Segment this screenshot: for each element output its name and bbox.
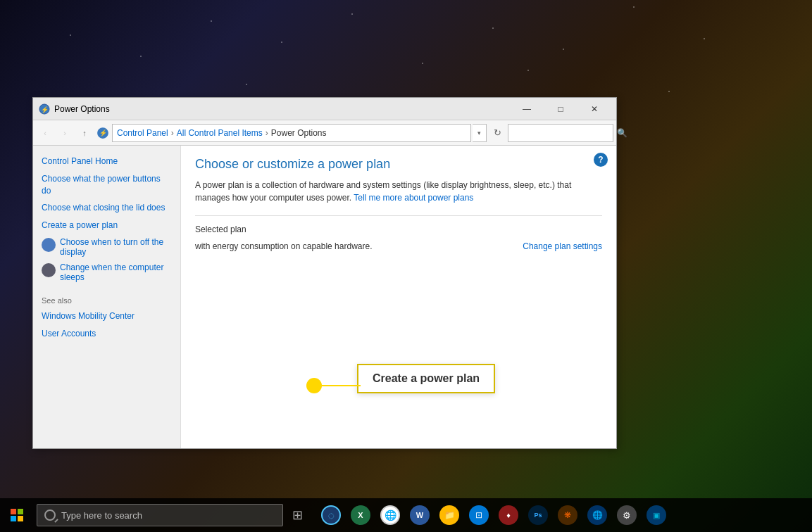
address-dropdown-button[interactable]: ▾ [473, 124, 487, 142]
sidebar-item-create-plan[interactable]: Create a power plan [33, 217, 180, 234]
content-divider [195, 215, 602, 216]
desktop: ⚡ Power Options — □ ✕ ‹ › ↑ ⚡ Control Pa… [0, 0, 812, 532]
address-search-input[interactable] [511, 128, 617, 138]
sidebar-item-turn-off-display[interactable]: Choose when to turn off the display [33, 234, 180, 260]
sidebar: Control Panel Home Choose what the power… [33, 146, 181, 448]
content-description: A power plan is a collection of hardware… [195, 179, 602, 204]
window-controls: — □ ✕ [511, 98, 611, 120]
address-bar: ‹ › ↑ ⚡ Control Panel › All Control Pane… [33, 120, 616, 146]
svg-text:⚡: ⚡ [41, 105, 49, 113]
search-icon: 🔍 [617, 128, 627, 138]
taskbar-task-view[interactable]: ⊞ [283, 498, 311, 532]
taskbar-search-icon [44, 509, 56, 521]
help-icon[interactable]: ? [594, 153, 608, 167]
plan-row: with energy consumption on capable hardw… [195, 241, 602, 251]
content-panel: ? Choose or customize a power plan A pow… [181, 146, 616, 448]
taskbar: Type here to search ⊞ ◌ X 🌐 [0, 498, 812, 532]
svg-rect-7 [18, 516, 23, 521]
learn-more-link[interactable]: Tell me more about power plans [354, 193, 473, 203]
title-bar: ⚡ Power Options — □ ✕ [33, 98, 616, 120]
close-button[interactable]: ✕ [578, 98, 611, 120]
window-icon: ⚡ [39, 103, 50, 115]
taskbar-remote-desktop[interactable]: ⊡ [465, 498, 493, 532]
sidebar-item-power-buttons[interactable]: Choose what the power buttons do [33, 170, 180, 200]
window-title: Power Options [54, 104, 511, 114]
svg-text:⚡: ⚡ [99, 129, 108, 137]
breadcrumb-current: Power Options [271, 128, 327, 138]
up-button[interactable]: ↑ [75, 124, 94, 142]
svg-rect-4 [11, 509, 16, 514]
taskbar-settings[interactable]: ⚙ [613, 498, 641, 532]
power-options-window: ⚡ Power Options — □ ✕ ‹ › ↑ ⚡ Control Pa… [32, 97, 617, 449]
selected-plan-label: Selected plan [195, 224, 602, 234]
forward-button[interactable]: › [56, 124, 74, 142]
sidebar-item-mobility-center[interactable]: Windows Mobility Center [33, 308, 180, 325]
taskbar-word[interactable]: W [406, 498, 434, 532]
main-content-area: Control Panel Home Choose what the power… [33, 146, 616, 448]
taskbar-app-blue[interactable]: ▣ [642, 498, 670, 532]
change-plan-settings-link[interactable]: Change plan settings [523, 241, 602, 251]
taskbar-photoshop[interactable]: Ps [524, 498, 552, 532]
taskbar-app-red[interactable]: ♦ [494, 498, 523, 532]
back-button[interactable]: ‹ [36, 124, 54, 142]
yellow-indicator [306, 378, 322, 393]
monitor-icon [42, 238, 56, 252]
taskbar-chrome[interactable]: 🌐 [376, 498, 404, 532]
minimize-button[interactable]: — [511, 98, 543, 120]
address-icon: ⚡ [96, 127, 109, 139]
address-search-box[interactable]: 🔍 [508, 124, 613, 142]
taskbar-search-placeholder: Type here to search [61, 510, 142, 521]
content-title: Choose or customize a power plan [195, 157, 602, 172]
sidebar-item-user-accounts[interactable]: User Accounts [33, 325, 180, 343]
yellow-connector-line [322, 385, 361, 386]
sidebar-item-control-panel-home[interactable]: Control Panel Home [33, 153, 180, 170]
sleep-icon [42, 263, 56, 277]
breadcrumb-sep-2: › [266, 128, 268, 138]
maximize-button[interactable]: □ [544, 98, 577, 120]
taskbar-search-bar[interactable]: Type here to search [37, 504, 283, 526]
start-button[interactable] [0, 498, 34, 532]
breadcrumb-sep-1: › [171, 128, 174, 138]
sidebar-item-sleep-label: Change when the computer sleeps [60, 262, 172, 282]
taskbar-app-orange[interactable]: ❋ [554, 498, 582, 532]
sidebar-item-computer-sleep[interactable]: Change when the computer sleeps [33, 260, 180, 285]
plan-description: with energy consumption on capable hardw… [195, 241, 516, 251]
address-path[interactable]: Control Panel › All Control Panel Items … [112, 124, 471, 142]
svg-rect-6 [11, 516, 16, 521]
breadcrumb-all-items[interactable]: All Control Panel Items [177, 128, 263, 138]
sidebar-item-turn-off-display-label: Choose when to turn off the display [60, 237, 172, 257]
svg-rect-5 [18, 509, 23, 514]
sidebar-item-lid-action[interactable]: Choose what closing the lid does [33, 199, 180, 217]
taskbar-cortana[interactable]: ◌ [317, 498, 345, 532]
create-plan-tooltip: Create a power plan [357, 364, 495, 393]
refresh-button[interactable]: ↻ [488, 124, 506, 142]
taskbar-app-icons: ◌ X 🌐 W 📁 [317, 498, 670, 532]
taskbar-explorer[interactable]: 📁 [435, 498, 463, 532]
see-also-label: See also [33, 285, 180, 308]
taskbar-browser[interactable]: 🌐 [583, 498, 611, 532]
taskbar-excel[interactable]: X [346, 498, 375, 532]
breadcrumb-control-panel[interactable]: Control Panel [117, 128, 168, 138]
